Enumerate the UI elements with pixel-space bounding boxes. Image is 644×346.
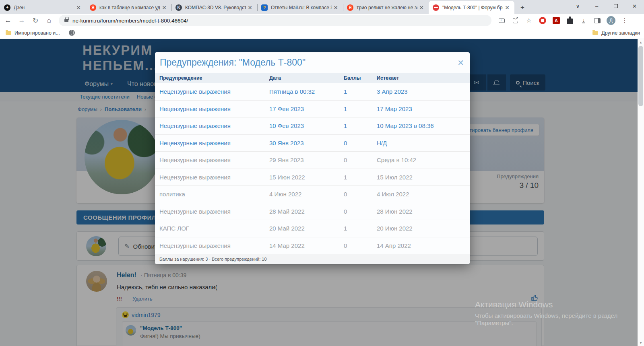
warning-expires: Н/Д (377, 140, 470, 146)
home-icon[interactable]: ⌂ (43, 15, 55, 26)
table-row[interactable]: Нецензурные выражения 17 Фев 2023 1 17 М… (155, 100, 470, 117)
warnings-table-body: Нецензурные выражения Пятница в 00:32 1 … (155, 83, 470, 254)
warning-expires: Среда в 10:42 (377, 157, 470, 163)
tab-close-icon[interactable]: ✕ (417, 4, 425, 11)
page-scrollbar[interactable]: ▲ ▼ (638, 39, 644, 346)
panel-icon (594, 18, 601, 23)
warning-link[interactable]: политика (155, 191, 269, 198)
warning-date: 14 Мар 2022 (269, 242, 344, 249)
table-row[interactable]: Нецензурные выражения Пятница в 00:32 1 … (155, 83, 470, 100)
tab-mailru[interactable]: ? Ответы Mail.ru: В компасе 3D ✕ (257, 1, 343, 14)
warning-link[interactable]: Нецензурные выражения (155, 208, 269, 215)
imported-bookmarks-folder[interactable]: Импортировано и... (14, 30, 60, 36)
tab-close-icon[interactable]: ✕ (246, 4, 254, 11)
minimize-button[interactable]: – (587, 0, 606, 12)
warning-expires: 4 Июл 2022 (377, 191, 470, 198)
bookmark-star-icon[interactable]: ☆ (524, 16, 533, 25)
warning-link[interactable]: Нецензурные выражения (155, 157, 269, 163)
warning-points: 0 (344, 191, 377, 198)
table-row[interactable]: КАПС ЛОГ 20 Май 2022 1 20 Июн 2022 (155, 220, 470, 237)
table-row[interactable]: Нецензурные выражения 29 Янв 2023 0 Сред… (155, 151, 470, 169)
side-panel-icon[interactable] (593, 16, 602, 25)
scrollbar-thumb[interactable] (638, 46, 643, 106)
table-row[interactable]: Нецензурные выражения 10 Фев 2023 1 10 М… (155, 117, 470, 134)
warning-expires: 20 Июн 2022 (377, 225, 470, 232)
modal-title: Предупреждения: "Модель Т-800" (160, 57, 305, 68)
warning-link[interactable]: Нецензурные выражения (155, 242, 269, 249)
watermark-title: Активация Windows (475, 300, 617, 309)
downloads-icon[interactable]: ↓ (579, 16, 588, 25)
scroll-down-arrow[interactable]: ▼ (638, 340, 644, 346)
lock-icon (64, 19, 68, 22)
download-arrow-icon: ↓ (582, 18, 586, 23)
address-bar[interactable]: ne-kurim.ru/forum/members/model-t-800.46… (59, 15, 491, 26)
adblock-icon (539, 17, 546, 24)
new-tab-button[interactable]: + (517, 2, 528, 13)
url-text[interactable]: ne-kurim.ru/forum/members/model-t-800.46… (72, 18, 188, 24)
column-header-date: Дата (269, 75, 344, 81)
tab-kompas-table[interactable]: Я как в таблице в компасе уда ✕ (86, 1, 171, 14)
maximize-button[interactable] (606, 0, 625, 12)
warning-link[interactable]: Нецензурные выражения (155, 122, 269, 129)
browser-menu-icon[interactable]: ⋮ (620, 16, 629, 25)
other-bookmarks[interactable]: Другие закладки (585, 29, 640, 37)
scroll-up-arrow[interactable]: ▲ (638, 39, 644, 45)
tab-kompas-manual[interactable]: K КОМПАС-3D V8. Руководств ✕ (171, 1, 257, 14)
adobe-extension-icon[interactable]: A (552, 16, 561, 25)
warning-date: 29 Янв 2023 (269, 157, 344, 163)
warnings-modal: Предупреждения: "Модель Т-800" ✕ Предупр… (155, 52, 470, 264)
browser-window: ✦ Дзен ✕ Я как в таблице в компасе уда ✕… (0, 0, 644, 346)
globe-bookmark-icon[interactable] (69, 30, 75, 36)
tab-title: Ответы Mail.ru: В компасе 3D (271, 5, 332, 10)
table-row[interactable]: Нецензурные выражения 15 Июн 2022 1 15 И… (155, 169, 470, 186)
warning-link[interactable]: Нецензурные выражения (155, 174, 269, 181)
table-row[interactable]: Нецензурные выражения 28 Май 2022 0 28 И… (155, 203, 470, 220)
tab-title: Дзен (14, 5, 74, 10)
tab-dzen[interactable]: ✦ Дзен ✕ (0, 1, 86, 14)
warning-expires: 15 Июл 2022 (377, 174, 470, 181)
warning-link[interactable]: КАПС ЛОГ (155, 225, 269, 232)
table-row[interactable]: Нецензурные выражения 30 Янв 2023 0 Н/Д (155, 134, 470, 152)
extensions-bar: ☆ A ↓ Д ⋮ (497, 16, 633, 25)
maximize-icon (614, 4, 618, 8)
tab-model-t800-active[interactable]: "Модель Т-800" | Форум бро ✕ (429, 1, 514, 14)
adblock-extension-icon[interactable] (538, 16, 547, 25)
dark-extension-icon[interactable] (566, 16, 574, 25)
reload-icon[interactable]: ↻ (30, 15, 41, 26)
warning-points: 0 (344, 208, 377, 215)
browser-profile-avatar[interactable]: Д (607, 16, 615, 25)
warning-date: 28 Май 2022 (269, 208, 344, 215)
warnings-table-header: Предупреждение Дата Баллы Истекает (155, 73, 470, 83)
folder-icon (592, 31, 598, 35)
warning-link[interactable]: Нецензурные выражения (155, 105, 269, 112)
save-page-icon[interactable] (497, 16, 506, 25)
tab-trio[interactable]: Я трио реликт не жалею не зо ✕ (343, 1, 429, 14)
tab-close-icon[interactable]: ✕ (503, 4, 511, 11)
warning-link[interactable]: Нецензурные выражения (155, 140, 269, 146)
browser-toolbar: ← → ↻ ⌂ ne-kurim.ru/forum/members/model-… (0, 14, 644, 27)
kompas-icon: K (175, 4, 182, 11)
close-window-button[interactable]: ✕ (625, 0, 644, 12)
warning-points: 1 (344, 225, 377, 232)
close-icon[interactable]: ✕ (457, 58, 464, 68)
warning-link[interactable]: Нецензурные выражения (155, 88, 269, 95)
share-icon[interactable] (511, 16, 520, 25)
back-icon[interactable]: ← (2, 15, 14, 26)
warning-date: 17 Фев 2023 (269, 105, 344, 112)
tab-close-icon[interactable]: ✕ (332, 4, 340, 11)
forward-icon[interactable]: → (16, 15, 27, 26)
tab-search-chevron[interactable]: ∨ (568, 0, 587, 12)
tab-title: трио реликт не жалею не зо (357, 5, 417, 10)
tab-title: "Модель Т-800" | Форум бро (442, 5, 503, 10)
zen-icon: ✦ (4, 4, 10, 11)
extension-icon (567, 19, 573, 24)
mailru-icon: ? (261, 4, 268, 11)
table-row[interactable]: Нецензурные выражения 14 Мар 2022 0 14 А… (155, 237, 470, 254)
tab-close-icon[interactable]: ✕ (74, 4, 83, 11)
window-controls: ∨ – ✕ (568, 0, 644, 12)
table-row[interactable]: политика 4 Июн 2022 0 4 Июл 2022 (155, 185, 470, 203)
bookmarks-bar: Импортировано и... Другие закладки (0, 27, 644, 39)
tab-strip: ✦ Дзен ✕ Я как в таблице в компасе уда ✕… (0, 0, 644, 14)
warning-points: 1 (344, 174, 377, 181)
tab-close-icon[interactable]: ✕ (160, 4, 168, 11)
